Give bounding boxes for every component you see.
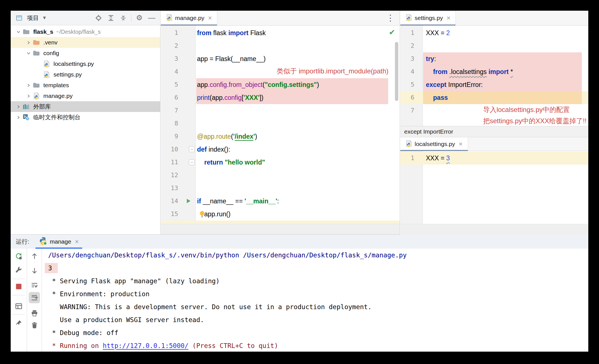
rerun-button[interactable] [13, 251, 24, 262]
locate-file-button[interactable] [93, 13, 104, 23]
code-token [426, 68, 433, 75]
editor-manage: manage.py × ⋮ 类似于 importlib.import_modul… [161, 11, 400, 234]
chevron-right-icon[interactable] [24, 83, 33, 87]
code-token [426, 94, 433, 101]
toolbar-divider [27, 249, 27, 352]
tree-item-flask_s[interactable]: flask_s~/Desktop/flask_s [11, 26, 160, 37]
editor-scrollbar[interactable] [395, 42, 398, 101]
line-number: 9 [161, 130, 178, 143]
down-stack-button[interactable] [29, 265, 40, 276]
tab-settings-py[interactable]: settings.py × [400, 11, 456, 25]
line-number: 5 [161, 78, 178, 91]
chevron-right-icon[interactable] [14, 105, 23, 109]
code-token: * [510, 68, 513, 75]
tree-item-label: .venv [43, 39, 57, 46]
soft-wrap-button[interactable] [29, 279, 40, 291]
line-number: 4 [161, 65, 178, 78]
kebab-menu-icon[interactable]: ⋮ [386, 13, 395, 23]
breadcrumb[interactable]: except ImportError [400, 126, 588, 137]
tree-item--[interactable]: 外部库 [11, 101, 160, 112]
inspections-ok-icon[interactable]: ✔ [389, 28, 395, 37]
clear-button[interactable] [29, 320, 40, 331]
fold-marker-icon[interactable]: − [189, 159, 195, 165]
tab-localsettings-py[interactable]: localsettings.py × [400, 137, 468, 151]
breadcrumb-item[interactable]: except ImportError [404, 128, 453, 135]
code-line[interactable]: XXX = 3 [426, 152, 450, 165]
code-line[interactable]: XXX = 2 [426, 26, 450, 39]
chevron-right-icon[interactable] [24, 94, 33, 98]
project-tree: flask_s~/Desktop/flask_s.venvconfiglocal… [11, 26, 160, 123]
print-button[interactable] [29, 307, 40, 319]
tree-item-templates[interactable]: templates [11, 80, 160, 91]
intention-bulb-icon[interactable] [198, 210, 206, 219]
scroll-to-end-button[interactable] [29, 292, 40, 303]
tree-item-manage.py[interactable]: manage.py [11, 91, 160, 101]
run-line-icon[interactable] [185, 198, 191, 205]
scratches-icon [23, 114, 31, 121]
hide-panel-icon[interactable]: — [147, 13, 157, 23]
chevron-down-icon[interactable] [24, 51, 33, 55]
close-icon[interactable]: × [208, 15, 212, 21]
line-number: 3 [400, 52, 414, 65]
tree-item-localsettings.py[interactable]: localsettings.py [11, 59, 160, 69]
close-icon[interactable]: × [446, 15, 450, 21]
stop-button[interactable] [13, 281, 24, 292]
code-token: from [197, 29, 211, 37]
chevron-down-icon[interactable] [14, 30, 23, 34]
tree-item--[interactable]: 临时文件和控制台 [11, 112, 160, 123]
code-line[interactable]: except ImportError: [426, 78, 483, 91]
pin-button[interactable] [13, 317, 24, 329]
console-line: * Environment: production [48, 287, 588, 300]
code-token: __name__ == [201, 197, 245, 205]
line-number: 13 [161, 182, 178, 195]
tree-item-config[interactable]: config [11, 48, 160, 59]
code-line[interactable]: app = Flask(__name__) [197, 52, 266, 65]
chevron-down-icon[interactable]: ▼ [41, 13, 48, 23]
code-line[interactable]: app.config.from_object("config.settings"… [197, 78, 319, 91]
code-token: index(): [207, 146, 230, 153]
code-editor-manage[interactable]: 类似于 importlib.import_module(path) ✔ 1fro… [161, 26, 400, 234]
fold-marker-icon[interactable]: − [189, 146, 195, 152]
settings-wrench-button[interactable] [13, 264, 24, 275]
code-token: XXX = [426, 154, 446, 162]
line-number: 8 [161, 117, 178, 130]
code-line[interactable]: from flask import Flask [197, 26, 266, 39]
close-icon[interactable]: × [459, 141, 463, 147]
collapse-all-button[interactable] [118, 13, 128, 23]
code-line[interactable]: print(app.config['XXX']) [197, 91, 263, 104]
code-token: return [204, 159, 223, 166]
chevron-right-icon[interactable] [14, 115, 23, 120]
code-line[interactable]: pass [426, 91, 448, 104]
console-line: WARNING: This is a development server. D… [48, 300, 588, 313]
gear-icon[interactable]: ⚙ [134, 13, 144, 23]
editor-right-split: settings.py × 1XXX = 223try:4 from .loca… [400, 11, 588, 234]
run-tool-window: 运行: manage × /Users/dengchuan/Desktop/fl… [11, 234, 588, 352]
console-line: 3 [48, 262, 588, 275]
up-stack-button[interactable] [29, 250, 40, 262]
code-line[interactable]: from .localsettings import * [426, 65, 513, 78]
line-number: 7 [400, 104, 414, 117]
python-run-icon [39, 237, 47, 247]
run-tab-manage[interactable]: manage × [37, 235, 81, 249]
tab-manage-py[interactable]: manage.py × [161, 11, 217, 25]
close-icon[interactable]: × [75, 238, 79, 245]
console-text: 3 [45, 263, 58, 273]
console-link[interactable]: http://127.0.0.1:5000/ [103, 342, 189, 349]
tree-item-.venv[interactable]: .venv [11, 37, 160, 48]
code-editor-localsettings[interactable]: 1XXX = 3 [400, 151, 588, 224]
folder-icon [33, 50, 41, 57]
console-text: WARNING: This is a development server. D… [48, 303, 372, 311]
expand-all-button[interactable] [106, 13, 116, 23]
code-line[interactable]: return "hello world" [197, 156, 265, 169]
code-line[interactable]: @app.route('/index') [197, 130, 257, 143]
highlight-pink [423, 52, 582, 65]
chevron-right-icon[interactable] [24, 41, 33, 45]
tree-item-settings.py[interactable]: settings.py [11, 69, 160, 80]
code-line[interactable]: try: [426, 52, 436, 65]
code-line[interactable]: def index(): [197, 143, 230, 156]
code-line[interactable]: if __name__ == '__main__': [197, 195, 279, 208]
python-file-icon [43, 60, 51, 68]
restore-layout-button[interactable] [13, 300, 24, 312]
console-line: /Users/dengchuan/Desktop/flask_s/.venv/b… [48, 249, 588, 262]
project-title[interactable]: 项目 [27, 14, 39, 22]
